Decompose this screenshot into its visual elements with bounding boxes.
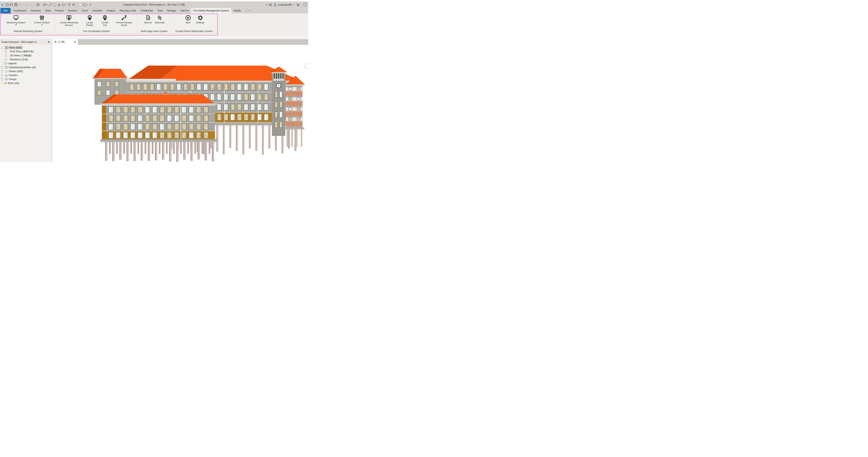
expand-icon[interactable]: +: [1, 74, 3, 77]
tab-structure[interactable]: Structure: [29, 8, 43, 13]
collapse-arrow-icon[interactable]: [266, 4, 267, 6]
tree-item-views[interactable]: −Views (全部): [0, 45, 52, 50]
qat-save-button[interactable]: [14, 2, 18, 7]
qat-switch-windows-button[interactable]: [83, 2, 88, 7]
tree-item-families[interactable]: +Families: [0, 73, 52, 77]
3d-building-model[interactable]: [52, 45, 308, 162]
tree-item-elevations[interactable]: +Elevations (立面): [0, 58, 52, 61]
gear-arrows-icon: [157, 15, 163, 21]
tab-file[interactable]: File: [0, 8, 11, 13]
qat-close-hidden-windows-button[interactable]: [78, 2, 82, 7]
qat-sync-button[interactable]: [18, 2, 24, 7]
qat-customize-qat-button[interactable]: [89, 2, 92, 7]
undo-dropdown-icon[interactable]: [28, 4, 29, 5]
view-tab-close-icon[interactable]: ✕: [74, 41, 76, 43]
measure-dropdown-icon[interactable]: [46, 4, 48, 5]
drawing-area[interactable]: [52, 45, 308, 162]
tab-architecture[interactable]: Architecture: [11, 8, 29, 13]
tab-fire-safety-management-system[interactable]: Fire Safety Management System: [191, 8, 231, 13]
sync-dropdown-icon[interactable]: [22, 4, 23, 5]
qat-undo-button[interactable]: [24, 2, 30, 7]
app-store-cart-icon[interactable]: [296, 3, 300, 6]
qat-separator: [77, 3, 77, 6]
tab-modify[interactable]: Modify: [231, 8, 243, 13]
locate-people-button[interactable]: Locate People: [82, 14, 98, 27]
qat-open-file-button[interactable]: [9, 2, 13, 7]
manual-button[interactable]: Manual: [143, 14, 153, 24]
tab-view[interactable]: View: [155, 8, 165, 13]
qat-print-button[interactable]: [36, 2, 40, 7]
expand-icon[interactable]: +: [1, 66, 3, 68]
tab-analyze[interactable]: Analyze: [104, 8, 117, 13]
tree-item-3d-views[interactable]: +3D Views (三维视图): [0, 54, 52, 58]
tab-massing-site[interactable]: Massing & Site: [117, 8, 138, 13]
switch-windows-dropdown-icon[interactable]: [87, 4, 88, 5]
ribbon-panel-fire-visualization-system: Locate Monitoring DevicesLocate PeopleLo…: [56, 14, 137, 33]
qat-revit-logo-button[interactable]: R: [1, 2, 5, 7]
expand-icon[interactable]: +: [1, 70, 3, 72]
qat-measure-button[interactable]: [42, 2, 48, 7]
tree-item-body: Sheets (全部): [4, 69, 24, 73]
default-3d-view-icon: [62, 3, 65, 6]
monitoring-system-button[interactable]: Monitoring System: [6, 14, 26, 26]
chevron-down-icon[interactable]: [41, 25, 43, 25]
qat-redo-button[interactable]: [30, 2, 36, 7]
username[interactable]: sunyingca95: [278, 3, 292, 6]
expand-icon[interactable]: +: [5, 55, 7, 57]
panel-title: Escape Route Optimization System: [171, 29, 217, 33]
chevron-down-icon[interactable]: [15, 25, 17, 25]
tree-item-revit-links[interactable]: Revit Links: [0, 81, 52, 85]
locate-monitoring-devices-button[interactable]: Locate Monitoring Devices: [57, 14, 81, 27]
project-browser-header[interactable]: Project Browser - BIM model.rvt ✕: [0, 39, 52, 45]
start-button[interactable]: Start: [183, 14, 193, 24]
tree-item-body: Revit Links: [4, 82, 20, 85]
tab-manage[interactable]: Manage: [165, 8, 178, 13]
qat-tag-button[interactable]: 1: [53, 2, 57, 7]
help-icon[interactable]: ?: [303, 3, 307, 6]
project-browser-close-icon[interactable]: ✕: [48, 40, 50, 43]
qat-text-button[interactable]: A: [57, 2, 61, 7]
tab-add-ins[interactable]: Add-Ins: [178, 8, 191, 13]
tree-item-groups[interactable]: +Groups: [0, 77, 52, 81]
ribbon-minimize-dropdown-icon[interactable]: [249, 10, 251, 11]
tab-precast[interactable]: Precast: [53, 8, 66, 13]
tab-label: Manage: [167, 9, 176, 12]
view-tab-3d[interactable]: {三维} ✕: [52, 39, 78, 45]
tree-item-floor-plans[interactable]: +Floor Plans (楼层平面): [0, 50, 52, 54]
expand-icon[interactable]: +: [1, 78, 3, 81]
present-escape-route-button[interactable]: Present Escape Route: [112, 14, 136, 27]
settings-button[interactable]: Settings: [195, 14, 206, 24]
tab-insert[interactable]: Insert: [80, 8, 90, 13]
collapse-icon[interactable]: −: [1, 47, 3, 49]
button-label-text: Present Escape Route: [116, 21, 132, 26]
automatic-button[interactable]: Automatic: [154, 14, 165, 24]
control-system-button[interactable]: Control System: [33, 14, 51, 26]
expand-icon[interactable]: +: [5, 51, 7, 53]
qat-default-3d-view-button[interactable]: [61, 2, 67, 7]
user-avatar-icon[interactable]: [274, 3, 277, 6]
tree-item-sheets[interactable]: +Sheets (全部): [0, 69, 52, 73]
tab-annotate[interactable]: Annotate: [90, 8, 104, 13]
locate-fire-button[interactable]: Locate Fire: [98, 14, 111, 27]
tab-label: Collaborate: [141, 9, 153, 12]
project-browser-tree: −Views (全部)+Floor Plans (楼层平面)+3D Views …: [0, 45, 52, 162]
tab-steel[interactable]: Steel: [43, 8, 53, 13]
tree-item-legends[interactable]: Legends: [0, 61, 52, 65]
redo-dropdown-icon[interactable]: [34, 4, 35, 5]
gear-icon: [197, 15, 203, 21]
ribbon-minimize-button[interactable]: [245, 9, 248, 13]
default-3d-view-dropdown-icon[interactable]: [65, 4, 67, 5]
qat-ui-toggle-button[interactable]: [5, 2, 9, 7]
qat-thin-lines-button[interactable]: [72, 2, 76, 7]
qat-section-button[interactable]: [67, 2, 71, 7]
search-icon[interactable]: [269, 3, 272, 6]
tree-item-schedules-quantities-all[interactable]: +Schedules/Quantities (all): [0, 65, 52, 69]
qat-aligned-dimension-button[interactable]: [49, 2, 52, 7]
tab-systems[interactable]: Systems: [66, 8, 80, 13]
panel-title-text: Escape Route Optimization System: [176, 30, 213, 33]
tab-collaborate[interactable]: Collaborate: [138, 8, 155, 13]
button-label-text: Manual: [144, 21, 152, 24]
user-dropdown-icon[interactable]: [293, 4, 295, 5]
tree-item-label: Floor Plans (楼层平面): [10, 50, 34, 53]
expand-icon[interactable]: +: [5, 59, 7, 61]
